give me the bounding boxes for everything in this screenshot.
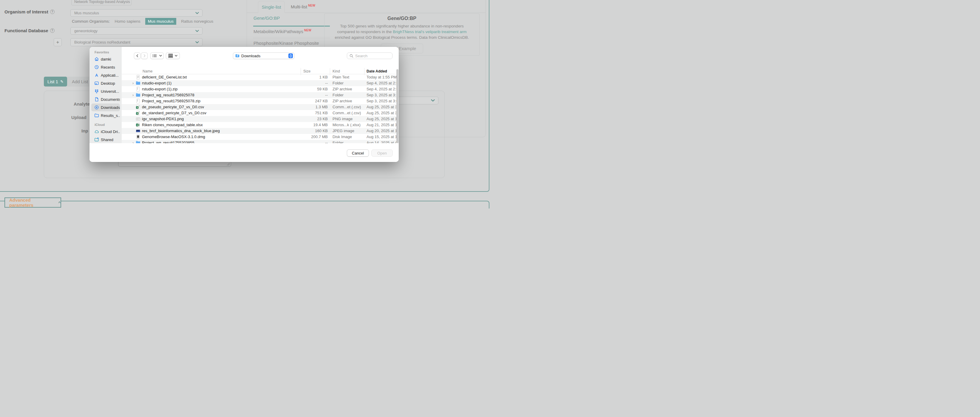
advanced-parameters-toggle[interactable]: Advanced parameters ^ <box>5 197 61 208</box>
zip-file-icon <box>136 99 140 103</box>
example-title: Gene/GO:BP <box>325 16 479 21</box>
menu-item-phosphosite[interactable]: Phosphosite/Kinase Phosphosite <box>253 41 319 46</box>
tab-multi-list[interactable]: Multi-listNEW <box>291 4 315 9</box>
resize-grip[interactable] <box>227 163 230 166</box>
file-size: 59 KB <box>280 86 328 92</box>
folder-file-icon <box>136 93 140 97</box>
trial-link[interactable]: BrighTNess trial's veliparib treatment a… <box>393 30 466 34</box>
sidebar-item-results-s[interactable]: Results_s... <box>91 111 120 119</box>
sidebar-item-shared[interactable]: Shared <box>91 136 120 143</box>
back-button[interactable] <box>134 53 140 59</box>
file-kind: Folder <box>332 140 344 143</box>
sidebar-item-documents[interactable]: Documents <box>91 95 120 103</box>
file-kind: Folder <box>332 92 344 98</box>
analyte-label: Analyte <box>74 102 90 107</box>
location-popup[interactable]: Downloads <box>233 53 294 59</box>
organism-select[interactable]: Mus musculus <box>70 9 202 17</box>
disclosure-chevron-icon[interactable]: › <box>132 92 134 98</box>
column-header-date-added[interactable]: Date Added <box>366 69 387 73</box>
shared-folder-icon <box>94 137 99 142</box>
pencil-icon[interactable]: ✎ <box>60 80 64 84</box>
file-kind: Micros...k (.xlsx) <box>332 122 361 128</box>
file-row[interactable]: deficient_DE_GeneList.txt1 KBPlain TextT… <box>122 74 399 80</box>
file-date-added: Aug 25, 2025 at 11 <box>366 116 396 122</box>
file-name: GenomeBrowse-MacOSX-3.1.0.dmg <box>142 134 205 140</box>
svg-text:a,: a, <box>139 105 140 107</box>
file-row[interactable]: ›Project_wg_result1756925078--FolderSep … <box>122 92 399 98</box>
file-row[interactable]: GenomeBrowse-MacOSX-3.1.0.dmg200.7 MBDis… <box>122 134 399 140</box>
file-row[interactable]: igv_snapshot-PDX1.png23 KBPNG imageAug 2… <box>122 116 399 122</box>
tab-single-list[interactable]: Single-list <box>258 1 285 13</box>
file-size: 200.7 MB <box>280 134 328 140</box>
home-icon <box>94 57 99 61</box>
column-header-kind[interactable]: Kind <box>332 69 340 73</box>
sidebar-item-recents[interactable]: Recents <box>91 63 120 71</box>
organism-chip[interactable]: Homo sapiens <box>115 19 140 24</box>
sidebar-item-damki[interactable]: damki <box>91 55 120 63</box>
file-row[interactable]: res_brcf_bioinformatics_dna_stock_blue.j… <box>122 128 399 134</box>
organism-chip[interactable]: Rattus norvegicus <box>181 19 213 24</box>
file-name: res_brcf_bioinformatics_dna_stock_blue.j… <box>142 128 220 134</box>
list-1-label: List 1 <box>48 79 58 84</box>
folder-file-icon <box>136 81 140 85</box>
scrollbar[interactable] <box>396 69 398 143</box>
add-list-tab[interactable]: Add List <box>67 76 93 86</box>
search-input[interactable]: Search <box>347 53 393 59</box>
sidebar-item-applicati[interactable]: Applicati... <box>91 71 120 79</box>
list-view-button[interactable] <box>150 53 164 59</box>
file-row[interactable]: a,Xde_standard_pericyte_D7_vs_D0.csv751 … <box>122 110 399 116</box>
common-organisms-options: Homo sapiensMus musculusRattus norvegicu… <box>115 18 213 25</box>
database-category-select[interactable]: Biological Process noRedundant <box>70 38 202 46</box>
file-name: Project_wg_result1756925078.zip <box>142 98 200 104</box>
chevron-down-icon <box>175 55 177 57</box>
sidebar-item-downloads[interactable]: Downloads <box>91 103 120 111</box>
webgestalt-page: Network Topology-based Analysis Organism… <box>0 0 490 208</box>
png-file-icon <box>136 117 140 121</box>
file-row[interactable]: Project_wg_result1756925078.zip247 KBZIP… <box>122 98 399 104</box>
file-row[interactable]: rstudio-export (1).zip59 KBZIP archiveSe… <box>122 86 399 92</box>
method-option-box[interactable]: Network Topology-based Analysis <box>71 0 132 5</box>
sidebar-item-universit[interactable]: Universit... <box>91 88 120 95</box>
column-header-size[interactable]: Size <box>303 69 310 73</box>
svg-text:X: X <box>137 124 138 126</box>
menu-item-metabolite[interactable]: Metabolite/WikiPathwaysNEW <box>253 29 311 34</box>
functional-database-select[interactable]: geneontology <box>70 27 202 35</box>
open-button[interactable]: Open <box>371 150 393 157</box>
sidebar-item-desktop[interactable]: Desktop <box>91 80 120 87</box>
organism-of-interest-label: Organism of Interest ? <box>5 9 54 14</box>
file-size: -- <box>280 140 328 143</box>
list-1-tab[interactable]: List 1 ✎ <box>44 76 67 86</box>
upload-label: Upload <box>71 115 86 120</box>
file-row[interactable]: ›Project_wg_result1755203855--FolderAug … <box>122 140 399 143</box>
organism-select-value: Mus musculus <box>74 11 99 15</box>
popup-stepper-icon[interactable] <box>288 53 293 58</box>
chevron-down-icon <box>195 12 199 14</box>
forward-button[interactable] <box>141 53 148 59</box>
help-icon[interactable]: ? <box>50 10 54 14</box>
file-list: deficient_DE_GeneList.txt1 KBPlain TextT… <box>122 74 399 143</box>
jpeg-file-icon <box>136 129 140 133</box>
file-row[interactable]: a,Xde_pseudo_pericyte_D7_vs_D0.csv1.3 MB… <box>122 104 399 110</box>
disclosure-chevron-icon[interactable]: › <box>132 140 134 143</box>
organism-chip[interactable]: Mus musculus <box>145 18 176 25</box>
file-date-added: Sep 4, 2025 at 2:5 <box>366 86 396 92</box>
chevron-down-icon <box>195 41 199 43</box>
file-name: deficient_DE_GeneList.txt <box>142 74 187 80</box>
column-header-name[interactable]: Name <box>143 69 153 73</box>
file-row[interactable]: XRiken clones_mousepad_table.xlsx19.4 MB… <box>122 122 399 128</box>
list-view-icon <box>153 54 158 57</box>
file-size: 247 KB <box>280 98 328 104</box>
group-view-button[interactable] <box>166 53 180 59</box>
example-description-line2: compared to responders in the BrighTNess… <box>325 29 479 35</box>
file-name: Project_wg_result1756925078 <box>142 92 194 98</box>
help-icon[interactable]: ? <box>50 28 54 33</box>
cancel-button[interactable]: Cancel <box>347 150 369 157</box>
file-size: 19.4 MB <box>280 122 328 128</box>
menu-item-gene-gobp[interactable]: Gene/GO:BP <box>253 16 280 21</box>
add-database-button[interactable]: + <box>54 38 62 46</box>
file-date-added: Aug 20, 2025 at 1 <box>366 128 396 134</box>
sidebar-item-icloud-dri[interactable]: iCloud Dri... <box>91 128 120 135</box>
file-date-added: Sep 3, 2025 at 3:1 <box>366 92 396 98</box>
disclosure-chevron-icon[interactable]: › <box>132 80 134 86</box>
file-row[interactable]: ›rstudio-export (1)--FolderSep 4, 2025 a… <box>122 80 399 86</box>
